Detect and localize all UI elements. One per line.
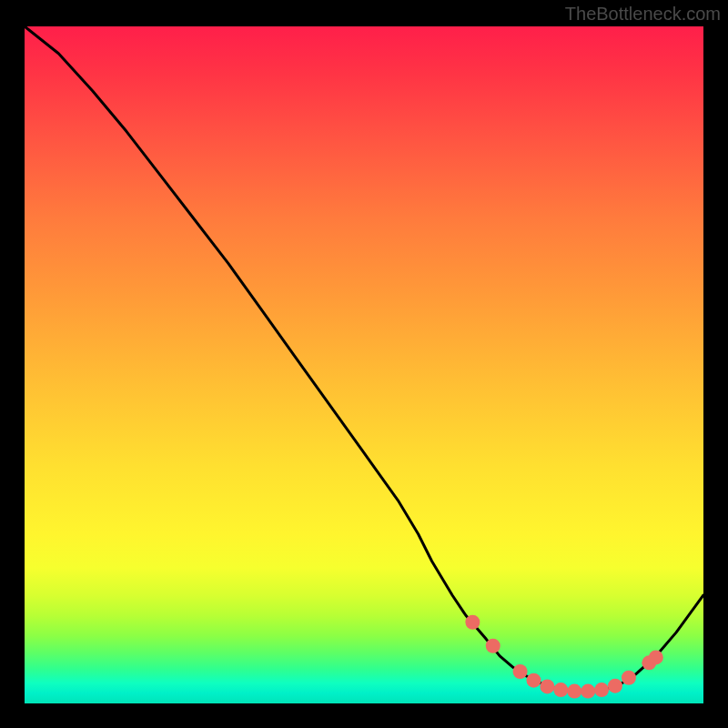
highlight-marker [581, 684, 595, 699]
chart-svg [25, 26, 703, 703]
highlight-marker [465, 615, 480, 630]
bottleneck-curve [25, 26, 703, 692]
plot-area [25, 26, 703, 703]
watermark-label: TheBottleneck.com [565, 4, 721, 25]
highlight-marker [553, 682, 568, 697]
highlight-marker [608, 679, 622, 693]
highlight-marker [622, 671, 636, 685]
highlight-marker [594, 682, 609, 697]
highlight-marker [513, 664, 528, 679]
highlight-marker [540, 679, 554, 693]
highlight-marker [649, 650, 663, 664]
highlight-marker [527, 673, 541, 688]
highlight-marker [567, 684, 581, 699]
highlight-marker [486, 639, 500, 653]
